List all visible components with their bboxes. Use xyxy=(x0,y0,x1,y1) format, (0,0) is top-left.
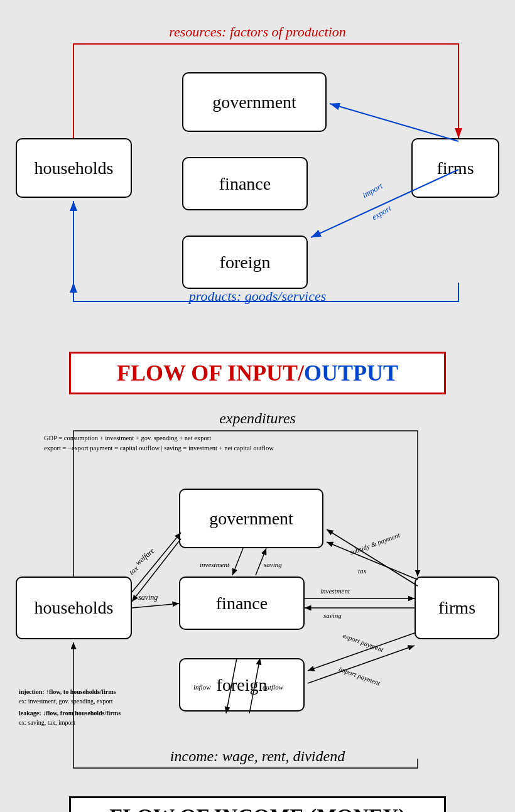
title-box-top: FLOW OF INPUT/OUTPUT xyxy=(69,352,446,394)
svg-text:subsidy & payment: subsidy & payment xyxy=(349,531,401,556)
svg-text:saving: saving xyxy=(323,612,342,619)
top-diagram: resources: factors of production househo… xyxy=(13,13,502,339)
svg-text:tax: tax xyxy=(127,564,141,577)
main-container: resources: factors of production househo… xyxy=(0,0,515,812)
svg-text:export payment: export payment xyxy=(342,632,385,654)
box-finance-top: finance xyxy=(182,157,308,210)
svg-text:tax: tax xyxy=(358,567,367,575)
svg-text:import: import xyxy=(360,181,384,200)
box-government-bot: government xyxy=(179,489,323,548)
svg-line-13 xyxy=(132,539,181,602)
svg-line-4 xyxy=(330,104,458,141)
svg-line-21 xyxy=(327,542,418,580)
red-label-top: resources: factors of production xyxy=(169,24,346,40)
svg-line-17 xyxy=(232,548,243,575)
box-firms-top: firms xyxy=(411,138,499,198)
svg-text:saving: saving xyxy=(264,561,282,568)
svg-line-15 xyxy=(132,604,179,608)
svg-text:investment: investment xyxy=(320,587,350,595)
title-red-part: FLOW OF INPUT/ xyxy=(117,360,304,386)
title-box-bottom: FLOW OF INCOME (MONEY) xyxy=(69,796,446,812)
title-text-top: FLOW OF INPUT/OUTPUT xyxy=(90,360,425,386)
svg-line-33 xyxy=(308,633,415,671)
svg-text:export: export xyxy=(370,203,393,222)
svg-line-35 xyxy=(308,646,415,683)
title-text-bottom: FLOW OF INCOME (MONEY) xyxy=(90,804,425,812)
title-blue-part: OUTPUT xyxy=(304,360,398,386)
svg-text:saving: saving xyxy=(138,593,158,602)
box-government-top: government xyxy=(182,72,327,132)
svg-line-23 xyxy=(327,529,418,586)
box-households-top: households xyxy=(16,138,132,198)
svg-line-18 xyxy=(256,548,266,575)
box-foreign-top: foreign xyxy=(182,235,308,289)
bottom-diagram: expenditures GDP = consumption + investm… xyxy=(13,407,502,784)
svg-line-11 xyxy=(132,533,181,592)
svg-text:welfare: welfare xyxy=(134,546,157,567)
box-finance-bot: finance xyxy=(179,577,305,630)
injection-text: injection: ↑flow, to households/firms ex… xyxy=(19,687,144,727)
svg-text:investment: investment xyxy=(200,561,230,568)
blue-label-bottom: products: goods/services xyxy=(189,288,327,305)
box-foreign-bot: foreign xyxy=(179,658,305,712)
box-households-bot: households xyxy=(16,577,132,639)
gdp-text: GDP = consumption + investment + gov. sp… xyxy=(44,433,274,453)
svg-text:import payment: import payment xyxy=(338,665,382,687)
label-expenditures: expenditures xyxy=(219,410,296,427)
box-firms-bot: firms xyxy=(415,577,499,639)
label-income: income: wage, rent, dividend xyxy=(170,748,345,765)
